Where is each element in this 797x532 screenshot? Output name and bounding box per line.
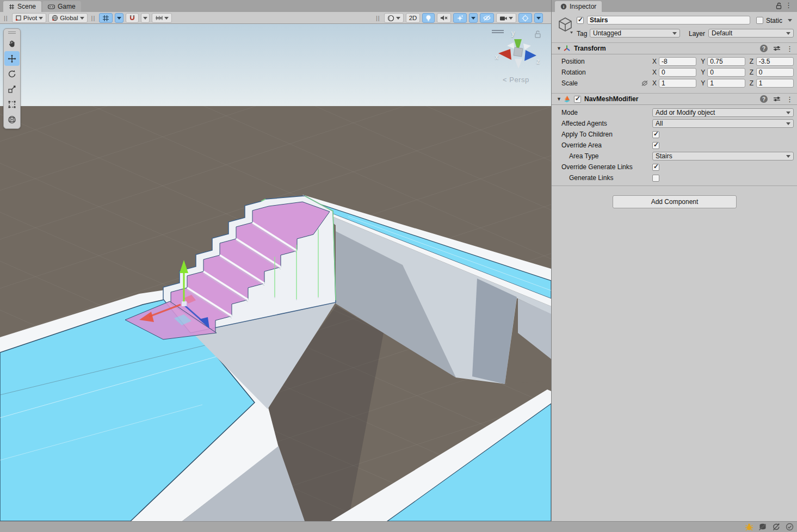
transform-header[interactable]: ▼ Transform ? ⋮ [552, 42, 797, 54]
scale-row: Scale X1 Y1 Z1 [552, 78, 797, 89]
scene-viewport[interactable] [0, 24, 551, 521]
navmesh-presets-icon[interactable] [773, 96, 781, 102]
transform-tool-button[interactable] [4, 112, 20, 127]
scale-x-field[interactable]: 1 [659, 79, 696, 88]
gizmos-caret-button[interactable] [534, 13, 543, 23]
camera-settings-button[interactable] [496, 13, 516, 23]
status-ok-icon[interactable] [786, 523, 794, 531]
area-type-caret-icon [786, 155, 790, 158]
gameobject-cube-icon[interactable] [557, 16, 573, 34]
gizmos-toggle-button[interactable] [518, 13, 532, 23]
mode-dropdown[interactable]: Add or Modify object [652, 108, 794, 117]
scale-tool-button[interactable] [4, 82, 20, 96]
navmesh-menu-icon[interactable]: ⋮ [786, 96, 793, 103]
navmesh-enabled-checkbox[interactable] [574, 96, 581, 103]
effects-caret-button[interactable] [469, 13, 478, 23]
rect-tool-button[interactable] [4, 97, 20, 112]
generate-links-checkbox[interactable] [652, 175, 659, 182]
gameobject-name-field[interactable]: Stairs [587, 16, 750, 24]
tools-overlay-handle[interactable] [8, 30, 16, 35]
static-label: Static [766, 17, 782, 24]
mode-value: Add or Modify object [656, 109, 715, 116]
transform-menu-icon[interactable]: ⋮ [786, 45, 793, 52]
layer-dropdown[interactable]: Default [708, 29, 794, 38]
transform-help-icon[interactable]: ? [760, 45, 768, 52]
scene-toolbar: || Pivot Global || [0, 12, 551, 24]
position-x-field[interactable]: -8 [659, 57, 696, 66]
toolbar-grip3[interactable]: || [376, 15, 380, 21]
grid-visibility-button[interactable] [99, 13, 113, 23]
gameobject-active-checkbox[interactable] [577, 17, 584, 24]
area-type-dropdown[interactable]: Stairs [652, 152, 794, 160]
effects-caret-icon [471, 17, 475, 20]
position-z-field[interactable]: -3.5 [756, 57, 794, 66]
toolbar-grip[interactable]: || [4, 15, 8, 21]
override-generate-links-checkbox[interactable] [652, 164, 659, 171]
add-component-button[interactable]: Add Component [613, 195, 737, 208]
tab-scene[interactable]: Scene [3, 1, 41, 12]
move-tool-button[interactable] [4, 51, 20, 66]
rotate-tool-button[interactable] [4, 66, 20, 81]
scene-visibility-button[interactable] [480, 13, 494, 23]
scale-label: Scale [561, 79, 578, 87]
view-hand-tool-button[interactable] [4, 36, 20, 51]
override-area-checkbox[interactable] [652, 142, 659, 149]
gameobject-header: Stairs Static Tag Untagged Layer Default [552, 12, 797, 41]
z-axis-label: Z [750, 79, 756, 87]
effects-toggle-button[interactable] [453, 13, 467, 23]
audio-toggle-button[interactable] [437, 13, 451, 23]
magnet-icon [129, 15, 135, 21]
info-icon: i [560, 3, 567, 10]
scale-y-field[interactable]: 1 [707, 79, 745, 88]
toolbar-grip2[interactable]: || [91, 15, 96, 21]
inspector-menu-icon[interactable]: ⋮ [785, 2, 792, 9]
auto-refresh-disabled-icon[interactable] [772, 523, 781, 531]
global-toggle-button[interactable]: Global [48, 13, 87, 23]
transform-presets-icon[interactable] [773, 45, 781, 52]
tab-inspector-label: Inspector [570, 3, 596, 10]
rotation-z-field[interactable]: 0 [756, 68, 794, 77]
global-caret-icon [80, 17, 84, 20]
tag-dropdown[interactable]: Untagged [590, 29, 680, 38]
navmeshmodifier-header[interactable]: ▼ NavMeshModifier ? ⋮ [552, 93, 797, 105]
position-y-field[interactable]: 0.75 [707, 57, 745, 66]
y-axis-label: Y [701, 79, 707, 87]
2d-toggle-button[interactable]: 2D [406, 13, 421, 23]
perspective-toggle[interactable]: < Persp [503, 76, 529, 84]
pivot-caret-icon [39, 17, 43, 20]
navmesh-foldout-icon[interactable]: ▼ [557, 96, 563, 102]
apply-to-children-checkbox[interactable] [652, 131, 659, 138]
tab-inspector[interactable]: i Inspector [555, 1, 602, 12]
x-axis-label: X [652, 69, 659, 76]
grid-options-caret-button[interactable] [115, 13, 123, 23]
scale-z-field[interactable]: 1 [756, 79, 794, 88]
snap-toggle-button[interactable] [126, 13, 139, 23]
shading-mode-button[interactable] [384, 13, 404, 23]
increment-snap-icon [155, 15, 163, 21]
static-checkbox[interactable] [756, 17, 763, 24]
debugger-bug-icon[interactable] [745, 523, 753, 531]
area-type-label: Area Type [569, 152, 598, 160]
cache-server-disconnected-icon[interactable] [758, 523, 767, 531]
rotation-x-field[interactable]: 0 [659, 68, 696, 77]
tag-label: Tag [577, 30, 587, 38]
snap-increment-button[interactable] [152, 13, 172, 23]
pivot-toggle-button[interactable]: Pivot [12, 13, 47, 23]
layer-value: Default [712, 29, 732, 37]
static-caret-icon[interactable] [788, 19, 792, 22]
inspector-lock-icon[interactable] [776, 2, 782, 9]
affected-agents-label: Affected Agents [561, 120, 607, 127]
transform-foldout-icon[interactable]: ▼ [557, 46, 563, 51]
lighting-toggle-button[interactable] [422, 13, 435, 23]
snap-options-caret-button[interactable] [141, 13, 150, 23]
y-axis-label: Y [701, 58, 707, 65]
apply-to-children-label: Apply To Children [561, 131, 613, 138]
hand-icon [8, 39, 16, 48]
affected-agents-dropdown[interactable]: All [652, 119, 794, 128]
axis-z-label: z [536, 58, 540, 65]
navmesh-help-icon[interactable]: ? [760, 95, 768, 103]
scale-link-icon[interactable] [641, 80, 648, 86]
tab-game[interactable]: Game [42, 1, 81, 12]
rotation-y-field[interactable]: 0 [707, 68, 745, 77]
tab-scene-label: Scene [17, 3, 36, 10]
